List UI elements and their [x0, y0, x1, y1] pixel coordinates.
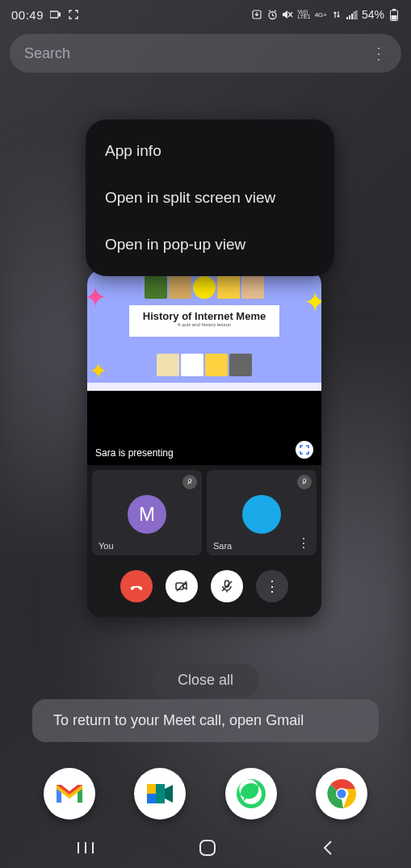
- star-decoration-icon: ✦: [89, 358, 107, 384]
- mic-muted-icon: [297, 475, 312, 489]
- participant-overflow-icon[interactable]: ⋮: [297, 535, 310, 551]
- alarm-icon: [266, 9, 278, 20]
- network-type: 4G+: [315, 11, 327, 19]
- svg-rect-20: [156, 784, 165, 803]
- battery-percent: 54%: [362, 8, 384, 21]
- data-arrows-icon: [331, 9, 342, 20]
- star-decoration-icon: ✦: [304, 286, 321, 318]
- search-bar-container: Search ⋮: [10, 34, 401, 73]
- clock: 00:49: [11, 8, 44, 22]
- volte-indicator: Vo))LTE1: [297, 10, 310, 20]
- svg-rect-7: [351, 14, 353, 19]
- menu-split-screen[interactable]: Open in split screen view: [86, 174, 334, 221]
- app-dock: [0, 768, 411, 820]
- svg-rect-9: [356, 10, 358, 19]
- svg-rect-28: [200, 841, 215, 855]
- participants-row: M You Sara ⋮: [87, 465, 321, 560]
- end-call-button[interactable]: [120, 570, 153, 602]
- close-all-button[interactable]: Close all: [152, 664, 259, 697]
- participant-tile-sara[interactable]: Sara ⋮: [207, 470, 317, 556]
- avatar-sara: [242, 495, 281, 534]
- navigation-bar: [0, 828, 411, 868]
- recent-app-card[interactable]: ✦ ✦ ✦ History of Internet Meme A quiz an…: [87, 270, 321, 617]
- status-bar: 00:49 Vo))LTE1 4G+ 54%: [0, 0, 411, 26]
- svg-rect-0: [50, 11, 58, 18]
- expand-button[interactable]: [296, 441, 313, 459]
- svg-rect-5: [346, 17, 348, 19]
- svg-rect-6: [349, 15, 350, 19]
- svg-rect-18: [147, 784, 156, 794]
- video-off-button[interactable]: [166, 570, 198, 602]
- presenting-label: Sara is presenting: [95, 447, 174, 459]
- download-icon: [251, 9, 262, 20]
- fullscreen-icon: [68, 9, 79, 20]
- menu-app-info[interactable]: App info: [86, 128, 334, 174]
- slide-title: History of Internet Meme: [132, 310, 276, 322]
- participant-name: You: [99, 541, 114, 551]
- mic-off-button[interactable]: [211, 570, 243, 602]
- battery-icon: [388, 9, 400, 20]
- call-controls: ⋮: [87, 560, 321, 617]
- meet-app-icon[interactable]: [134, 768, 186, 820]
- search-input[interactable]: Search: [10, 34, 401, 73]
- whatsapp-app-icon[interactable]: [225, 768, 277, 820]
- mute-icon: [282, 9, 293, 20]
- slide-subtitle: A quiz and history lesson: [132, 322, 276, 327]
- shared-slide: ✦ ✦ ✦ History of Internet Meme A quiz an…: [87, 270, 321, 391]
- back-nav-button[interactable]: [321, 839, 334, 857]
- participant-name: Sara: [213, 541, 232, 551]
- svg-rect-19: [147, 794, 156, 803]
- signal-icon: [346, 9, 358, 20]
- search-overflow-icon[interactable]: ⋮: [371, 44, 387, 63]
- camera-icon: [50, 9, 61, 20]
- toast-message: To return to your Meet call, open Gmail: [32, 699, 379, 742]
- chrome-app-icon[interactable]: [316, 768, 367, 820]
- avatar-you: M: [128, 495, 166, 534]
- svg-rect-12: [392, 15, 397, 20]
- star-decoration-icon: ✦: [87, 281, 107, 313]
- svg-point-24: [337, 790, 346, 799]
- home-nav-button[interactable]: [199, 839, 216, 857]
- mic-muted-icon: [182, 475, 197, 489]
- gmail-app-icon[interactable]: [44, 768, 95, 820]
- svg-rect-8: [354, 12, 355, 19]
- search-placeholder: Search: [24, 45, 70, 62]
- presentation-area: ✦ ✦ ✦ History of Internet Meme A quiz an…: [87, 270, 321, 465]
- app-context-menu: App info Open in split screen view Open …: [86, 120, 334, 276]
- recents-nav-button[interactable]: [77, 841, 94, 855]
- menu-popup-view[interactable]: Open in pop-up view: [86, 221, 334, 268]
- participant-tile-you[interactable]: M You: [92, 470, 202, 556]
- call-overflow-button[interactable]: ⋮: [256, 570, 288, 602]
